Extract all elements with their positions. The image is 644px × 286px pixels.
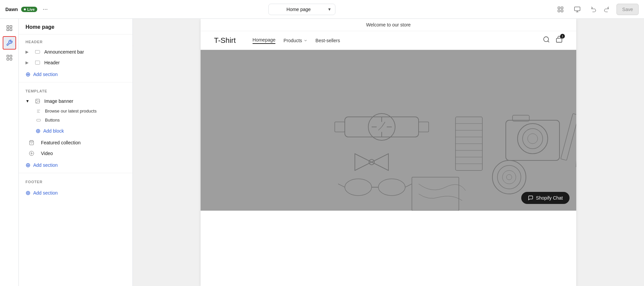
store-hero: Shopify Chat <box>201 50 576 211</box>
main-area: Home page HEADER ▶ Announcement bar ▶ <box>0 19 644 286</box>
browse-latest-label: Browse our latest products <box>45 109 97 114</box>
sub-item-buttons[interactable]: Buttons <box>19 116 132 125</box>
nav-link-products[interactable]: Products <box>283 38 307 43</box>
svg-rect-13 <box>35 50 40 53</box>
announcement-bar-icon <box>34 49 41 55</box>
chevron-right-icon-header: ▶ <box>25 60 31 65</box>
sub-item-browse-latest[interactable]: Browse our latest products <box>19 106 132 116</box>
dashboard-icon-button[interactable] <box>3 21 16 35</box>
redo-icon <box>603 6 609 12</box>
undo-button[interactable] <box>588 4 600 15</box>
left-panel: Home page HEADER ▶ Announcement bar ▶ <box>19 19 133 286</box>
store-name: Dawn <box>5 7 18 12</box>
svg-rect-7 <box>7 29 9 31</box>
chat-widget-label: Shopify Chat <box>536 195 563 201</box>
live-label: Live <box>27 7 35 11</box>
hero-illustration <box>201 50 576 211</box>
image-banner-icon <box>34 98 41 104</box>
search-icon[interactable] <box>543 36 550 45</box>
grid-icon-button[interactable] <box>554 4 567 15</box>
store-logo: T-Shirt <box>214 36 236 45</box>
svg-rect-10 <box>10 55 12 57</box>
svg-marker-20 <box>31 152 33 154</box>
chevron-down-icon-image-banner: ▼ <box>25 99 31 103</box>
section-item-featured-collection[interactable]: Featured collection <box>19 137 132 148</box>
svg-point-16 <box>37 100 37 101</box>
svg-rect-9 <box>7 55 9 57</box>
svg-rect-17 <box>37 119 41 121</box>
sections-icon-button[interactable] <box>3 36 16 50</box>
cart-badge: 1 <box>560 34 565 39</box>
footer-add-section-label: Add section <box>33 190 58 196</box>
sidebar-icons <box>0 19 19 286</box>
live-dot <box>24 8 26 10</box>
svg-rect-3 <box>561 10 563 12</box>
chat-widget[interactable]: Shopify Chat <box>521 192 570 204</box>
add-block-button[interactable]: ⊕ Add block <box>19 125 132 137</box>
video-icon <box>25 151 38 156</box>
store-nav-links: Homepage Products Best-sellers <box>253 37 340 44</box>
section-item-header[interactable]: ▶ Header <box>19 57 132 68</box>
svg-point-19 <box>29 151 34 155</box>
nav-link-bestsellers[interactable]: Best-sellers <box>316 38 340 43</box>
svg-rect-2 <box>558 10 560 12</box>
undo-icon <box>591 6 597 12</box>
cart-icon[interactable]: 1 <box>555 36 563 45</box>
page-select-wrap: Home page ▼ <box>268 4 335 15</box>
section-item-image-banner[interactable]: ▼ Image banner <box>19 96 132 106</box>
grid2-icon <box>6 54 13 61</box>
top-bar: Dawn Live ··· Home page ▼ <box>0 0 644 19</box>
header-icon <box>34 60 41 65</box>
undo-redo-group <box>588 4 612 15</box>
divider-2 <box>19 173 132 173</box>
plus-icon-header: ⊕ <box>25 71 31 78</box>
svg-rect-11 <box>7 58 9 60</box>
more-button[interactable]: ··· <box>41 4 50 14</box>
svg-rect-12 <box>10 58 12 60</box>
announcement-bar-label: Announcement bar <box>44 49 84 55</box>
announcement-text: Welcome to our store <box>366 22 411 27</box>
section-item-video[interactable]: Video <box>19 148 132 159</box>
chat-icon <box>528 195 533 201</box>
template-add-section-button[interactable]: ⊕ Add section <box>19 159 132 171</box>
template-add-section-label: Add section <box>33 162 58 168</box>
svg-rect-26 <box>204 50 573 211</box>
plus-icon-footer: ⊕ <box>25 189 31 197</box>
grid-icon <box>557 6 564 13</box>
left-panel-header: Home page <box>19 19 132 34</box>
text-icon <box>36 109 42 114</box>
featured-collection-label: Featured collection <box>41 140 80 145</box>
apps-icon-button[interactable] <box>3 51 16 64</box>
top-bar-left: Dawn Live ··· <box>5 4 50 14</box>
svg-point-23 <box>544 37 549 42</box>
add-block-label: Add block <box>43 128 64 134</box>
footer-group-label: FOOTER <box>19 174 132 187</box>
svg-marker-56 <box>575 160 576 167</box>
svg-rect-8 <box>10 29 12 31</box>
plus-icon-template: ⊕ <box>25 161 31 169</box>
video-label: Video <box>41 151 53 156</box>
squares-icon <box>6 25 13 31</box>
desktop-view-button[interactable] <box>571 4 584 15</box>
footer-add-section-button[interactable]: ⊕ Add section <box>19 187 132 199</box>
redo-button[interactable] <box>600 4 612 15</box>
header-label: Header <box>44 60 60 65</box>
live-badge: Live <box>21 7 37 12</box>
divider-1 <box>19 82 132 82</box>
svg-rect-25 <box>556 38 562 42</box>
left-panel-title: Home page <box>25 24 54 30</box>
preview-area: Welcome to our store T-Shirt Homepage Pr… <box>133 19 644 286</box>
section-item-announcement-bar[interactable]: ▶ Announcement bar <box>19 47 132 57</box>
header-add-section-button[interactable]: ⊕ Add section <box>19 68 132 81</box>
save-button[interactable]: Save <box>616 4 639 15</box>
header-add-section-label: Add section <box>33 72 58 77</box>
button-icon <box>36 118 42 123</box>
buttons-label: Buttons <box>45 118 60 123</box>
store-announcement-bar: Welcome to our store <box>201 19 576 31</box>
page-select[interactable]: Home page <box>268 4 335 15</box>
svg-rect-5 <box>7 26 9 28</box>
svg-rect-1 <box>561 7 563 9</box>
chevron-right-icon: ▶ <box>25 50 31 54</box>
image-banner-label: Image banner <box>44 98 73 104</box>
nav-link-homepage[interactable]: Homepage <box>253 37 276 44</box>
